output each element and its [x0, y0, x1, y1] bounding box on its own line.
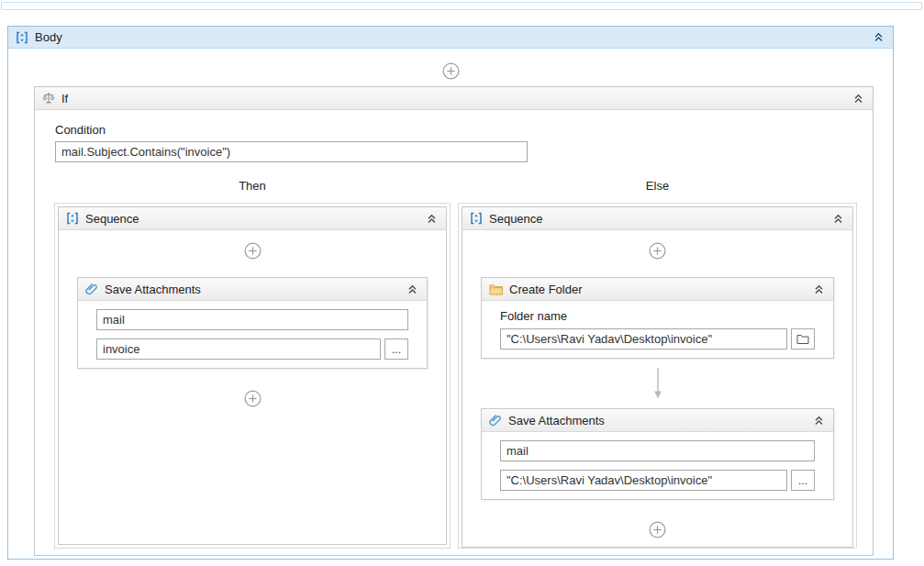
else-save-attachments-activity[interactable]: Save Attachments [481, 408, 834, 500]
top-panel-edge [1, 2, 922, 10]
else-folder-input[interactable] [500, 470, 787, 491]
then-branch-label: Then [54, 179, 451, 193]
create-folder-title: Create Folder [509, 283, 582, 296]
sequence-icon [66, 212, 79, 225]
then-save-attachments-header[interactable]: Save Attachments [78, 278, 427, 301]
branch-columns: Sequence [54, 203, 857, 549]
folder-name-label: Folder name [500, 309, 815, 323]
collapse-else-sequence-button[interactable] [830, 211, 845, 226]
add-activity-button-else-before[interactable] [649, 241, 667, 260]
create-folder-path-row [500, 328, 815, 350]
else-save-attachments-title: Save Attachments [508, 414, 605, 427]
else-browse-ellipsis-button[interactable]: ... [791, 470, 815, 491]
then-sequence-activity[interactable]: Sequence [58, 206, 447, 545]
folder-icon [489, 283, 503, 295]
body-header[interactable]: Body [8, 27, 893, 49]
then-folder-input[interactable] [96, 338, 381, 360]
sequence-icon [470, 212, 483, 225]
body-title: Body [35, 30, 62, 44]
collapse-if-button[interactable] [851, 91, 865, 105]
create-folder-header[interactable]: Create Folder [482, 278, 833, 301]
add-activity-button-top[interactable] [441, 61, 460, 80]
then-browse-ellipsis-button[interactable]: ... [384, 338, 408, 360]
branch-labels: Then Else [35, 179, 873, 195]
collapse-then-save-attachments-button[interactable] [405, 282, 419, 296]
else-mail-input[interactable] [500, 440, 815, 461]
else-drop-area[interactable]: Sequence [458, 203, 857, 549]
body-sequence-activity[interactable]: Body [7, 26, 894, 560]
then-sequence-header[interactable]: Sequence [59, 207, 446, 230]
sequence-icon [16, 31, 28, 44]
create-folder-browse-button[interactable] [791, 328, 815, 350]
then-save-attachments-title: Save Attachments [105, 283, 201, 296]
else-folder-row: ... [500, 470, 815, 491]
if-title: If [61, 92, 68, 105]
workflow-designer-canvas: Body [0, 0, 924, 566]
add-activity-button-then-before[interactable] [243, 241, 262, 260]
else-save-attachments-body: ... [482, 432, 833, 499]
condition-label: Condition [55, 123, 873, 137]
collapse-else-save-attachments-button[interactable] [811, 413, 826, 427]
add-activity-button-else-after[interactable] [649, 520, 667, 538]
paperclip-icon [489, 414, 502, 427]
create-folder-path-input[interactable] [500, 328, 787, 350]
else-sequence-activity[interactable]: Sequence [462, 206, 853, 548]
then-save-attachments-activity[interactable]: Save Attachments [77, 277, 428, 369]
folder-outline-icon [796, 334, 809, 345]
create-folder-body: Folder name [482, 301, 833, 358]
create-folder-activity[interactable]: Create Folder Folder name [481, 277, 834, 359]
else-branch-label: Else [458, 179, 857, 193]
flow-arrow [462, 368, 852, 399]
else-save-attachments-header[interactable]: Save Attachments [482, 409, 833, 432]
then-folder-row: ... [96, 338, 408, 360]
paperclip-icon [85, 283, 98, 295]
else-sequence-header[interactable]: Sequence [462, 207, 852, 230]
add-activity-button-then-after[interactable] [243, 389, 262, 407]
then-mail-input[interactable] [96, 309, 408, 330]
if-header[interactable]: If [35, 87, 873, 110]
collapse-body-button[interactable] [871, 30, 885, 45]
if-activity[interactable]: If Condition Then Else [34, 86, 874, 556]
then-drop-area[interactable]: Sequence [54, 203, 451, 549]
collapse-create-folder-button[interactable] [811, 282, 826, 296]
if-scales-icon [42, 92, 55, 105]
collapse-then-sequence-button[interactable] [424, 211, 439, 226]
else-sequence-title: Sequence [489, 212, 543, 226]
then-sequence-title: Sequence [85, 212, 139, 226]
then-save-attachments-body: ... [78, 301, 427, 368]
condition-input[interactable] [55, 141, 528, 162]
